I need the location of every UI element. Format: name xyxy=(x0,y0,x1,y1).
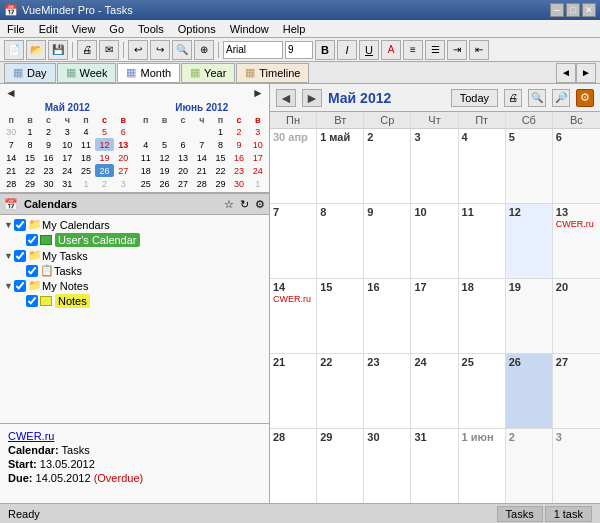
cell-may4[interactable]: 4 xyxy=(459,129,506,203)
cal-zoom-in-btn[interactable]: 🔍 xyxy=(528,89,546,107)
email-btn[interactable]: ✉ xyxy=(99,40,119,60)
user-cal-check[interactable] xyxy=(26,234,38,246)
cell-may29[interactable]: 29 xyxy=(317,429,364,503)
may-d6[interactable]: 6 xyxy=(114,125,133,138)
cal-print-btn[interactable]: 🖨 xyxy=(504,89,522,107)
font-size[interactable] xyxy=(285,41,313,59)
may-d27[interactable]: 27 xyxy=(114,164,133,177)
cell-may11[interactable]: 11 xyxy=(459,204,506,278)
user-calendar-item[interactable]: User's Calendar xyxy=(12,232,269,248)
zoom-btn[interactable]: ⊕ xyxy=(194,40,214,60)
undo-btn[interactable]: ↩ xyxy=(128,40,148,60)
notes-check[interactable] xyxy=(26,295,38,307)
may-d5[interactable]: 5 xyxy=(95,125,114,138)
cell-may10[interactable]: 10 xyxy=(411,204,458,278)
cell-jun1[interactable]: 1 июн xyxy=(459,429,506,503)
cell-may7[interactable]: 7 xyxy=(270,204,317,278)
may-d8[interactable]: 8 xyxy=(21,138,40,151)
may-d25[interactable]: 25 xyxy=(77,164,96,177)
refresh-icon[interactable]: ↻ xyxy=(240,198,249,211)
tasks-item[interactable]: 📋 Tasks xyxy=(12,263,269,278)
my-notes-section[interactable]: ▼ 📁 My Notes xyxy=(0,278,269,293)
cell-may5[interactable]: 5 xyxy=(506,129,553,203)
my-tasks-section[interactable]: ▼ 📁 My Tasks xyxy=(0,248,269,263)
star-icon[interactable]: ☆ xyxy=(224,198,234,211)
new-btn[interactable]: 📄 xyxy=(4,40,24,60)
tab-week[interactable]: ▦ Week xyxy=(57,63,117,83)
may-d1[interactable]: 1 xyxy=(21,125,40,138)
cell-may2[interactable]: 2 xyxy=(364,129,411,203)
window-controls[interactable]: ─ □ ✕ xyxy=(550,3,596,17)
menu-tools[interactable]: Tools xyxy=(135,23,167,35)
cal-settings-btn[interactable]: ⚙ xyxy=(576,89,594,107)
may-d29[interactable]: 29 xyxy=(21,177,40,190)
cell-may16[interactable]: 16 xyxy=(364,279,411,353)
cell-may25[interactable]: 25 xyxy=(459,354,506,428)
cell-may13[interactable]: 13 CWER.ru xyxy=(553,204,600,278)
tab-day[interactable]: ▦ Day xyxy=(4,63,56,83)
may-d21[interactable]: 21 xyxy=(2,164,21,177)
cal-today-btn[interactable]: Today xyxy=(451,89,498,107)
cell-may8[interactable]: 8 xyxy=(317,204,364,278)
cell-may21[interactable]: 21 xyxy=(270,354,317,428)
close-button[interactable]: ✕ xyxy=(582,3,596,17)
cell-may19[interactable]: 19 xyxy=(506,279,553,353)
status-tasks-btn[interactable]: Tasks xyxy=(497,506,543,522)
cell-may20[interactable]: 20 xyxy=(553,279,600,353)
outdent-btn[interactable]: ⇤ xyxy=(469,40,489,60)
cell-may12[interactable]: 12 xyxy=(506,204,553,278)
menu-edit[interactable]: Edit xyxy=(36,23,61,35)
cell-may30[interactable]: 30 xyxy=(364,429,411,503)
may-d2b[interactable]: 2 xyxy=(95,177,114,190)
cell-may9[interactable]: 9 xyxy=(364,204,411,278)
cell-may31[interactable]: 31 xyxy=(411,429,458,503)
may-d7[interactable]: 7 xyxy=(2,138,21,151)
may-d15[interactable]: 15 xyxy=(21,151,40,164)
expand-my-tasks[interactable]: ▼ xyxy=(4,251,14,261)
tasks-check[interactable] xyxy=(26,265,38,277)
menu-help[interactable]: Help xyxy=(280,23,309,35)
may-d28[interactable]: 28 xyxy=(2,177,21,190)
may-d10[interactable]: 10 xyxy=(58,138,77,151)
my-calendars-section[interactable]: ▼ 📁 My Calendars xyxy=(0,217,269,232)
indent-btn[interactable]: ⇥ xyxy=(447,40,467,60)
may-d3[interactable]: 3 xyxy=(58,125,77,138)
may-d23[interactable]: 23 xyxy=(39,164,58,177)
may-d9[interactable]: 9 xyxy=(39,138,58,151)
may-d30[interactable]: 30 xyxy=(2,125,21,138)
save-btn[interactable]: 💾 xyxy=(48,40,68,60)
may-d20[interactable]: 20 xyxy=(114,151,133,164)
tab-month[interactable]: ▦ Month xyxy=(117,63,180,83)
font-selector[interactable] xyxy=(223,41,283,59)
cell-may26[interactable]: 26 xyxy=(506,354,553,428)
menu-file[interactable]: File xyxy=(4,23,28,35)
my-notes-check[interactable] xyxy=(14,280,26,292)
may-d12[interactable]: 12 xyxy=(95,138,114,151)
may-d19[interactable]: 19 xyxy=(95,151,114,164)
may-d22[interactable]: 22 xyxy=(21,164,40,177)
settings-icon[interactable]: ⚙ xyxy=(255,198,265,211)
list-btn[interactable]: ☰ xyxy=(425,40,445,60)
cell-may15[interactable]: 15 xyxy=(317,279,364,353)
next-view-btn[interactable]: ► xyxy=(576,63,596,83)
mini-next-btn[interactable]: ► xyxy=(249,86,267,100)
cell-jun2[interactable]: 2 xyxy=(506,429,553,503)
tab-timeline[interactable]: ▦ Timeline xyxy=(236,63,309,83)
minimize-button[interactable]: ─ xyxy=(550,3,564,17)
menu-options[interactable]: Options xyxy=(175,23,219,35)
cell-jun3[interactable]: 3 xyxy=(553,429,600,503)
my-tasks-check[interactable] xyxy=(14,250,26,262)
mini-prev-btn[interactable]: ◄ xyxy=(2,86,20,100)
cell-may3[interactable]: 3 xyxy=(411,129,458,203)
cell-may22[interactable]: 22 xyxy=(317,354,364,428)
may-d2[interactable]: 2 xyxy=(39,125,58,138)
menu-window[interactable]: Window xyxy=(227,23,272,35)
color-btn[interactable]: A xyxy=(381,40,401,60)
may-d13[interactable]: 13 xyxy=(114,138,133,151)
menu-view[interactable]: View xyxy=(69,23,99,35)
notes-item[interactable]: Notes xyxy=(12,293,269,309)
italic-btn[interactable]: I xyxy=(337,40,357,60)
may-d1b[interactable]: 1 xyxy=(77,177,96,190)
align-btn[interactable]: ≡ xyxy=(403,40,423,60)
status-count-btn[interactable]: 1 task xyxy=(545,506,592,522)
